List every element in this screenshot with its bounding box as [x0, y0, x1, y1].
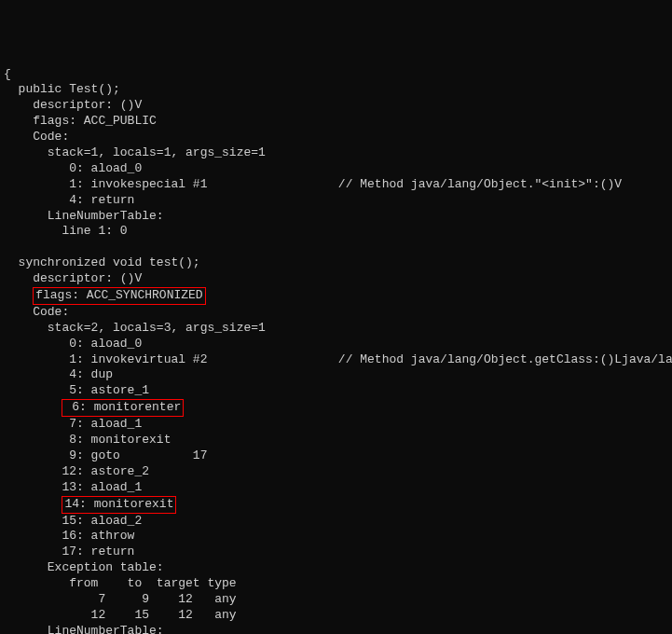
- code-line: LineNumberTable:: [4, 209, 164, 223]
- code-line: synchronized void test();: [4, 255, 200, 269]
- code-line: 0: aload_0: [4, 161, 142, 175]
- code-line: LineNumberTable:: [4, 624, 164, 634]
- highlighted-monitorenter: 6: monitorenter: [62, 399, 184, 417]
- code-line: 12: astore_2: [4, 464, 149, 478]
- code-line: 1: invokevirtual #2 // Method java/lang/…: [4, 352, 672, 366]
- code-line: flags: ACC_PUBLIC: [4, 114, 157, 128]
- code-line: stack=2, locals=3, args_size=1: [4, 321, 266, 335]
- code-line: 7 9 12 any: [4, 592, 237, 606]
- code-line: 13: aload_1: [4, 480, 142, 494]
- code-line: 17: return: [4, 544, 134, 558]
- code-line: 9: goto 17: [4, 448, 207, 462]
- code-content: { public Test(); descriptor: ()V flags: …: [4, 67, 668, 634]
- code-line: 8: monitorexit: [4, 433, 171, 447]
- code-line: public Test();: [4, 82, 120, 96]
- code-line: descriptor: ()V: [4, 98, 142, 112]
- code-line: line 1: 0: [4, 224, 128, 238]
- code-line: 1: invokespecial #1 // Method java/lang/…: [4, 177, 622, 191]
- code-line: 16: athrow: [4, 529, 134, 543]
- code-line: from to target type: [4, 576, 237, 590]
- code-line: 5: astore_1: [4, 383, 149, 397]
- highlighted-flags-sync: flags: ACC_SYNCHRONIZED: [33, 287, 205, 305]
- code-line: 7: aload_1: [4, 417, 142, 431]
- code-line: 12 15 12 any: [4, 608, 237, 622]
- code-line: {: [4, 67, 11, 81]
- code-line: Code:: [4, 130, 69, 144]
- code-line: 0: aload_0: [4, 337, 142, 351]
- code-line: descriptor: ()V: [4, 271, 142, 285]
- code-line: Exception table:: [4, 560, 164, 574]
- highlighted-monitorexit: 14: monitorexit: [62, 496, 176, 514]
- code-line: stack=1, locals=1, args_size=1: [4, 145, 266, 159]
- code-line: 4: dup: [4, 367, 113, 381]
- code-line: 4: return: [4, 193, 134, 207]
- code-line: Code:: [4, 305, 69, 319]
- code-line: 15: aload_2: [4, 514, 142, 528]
